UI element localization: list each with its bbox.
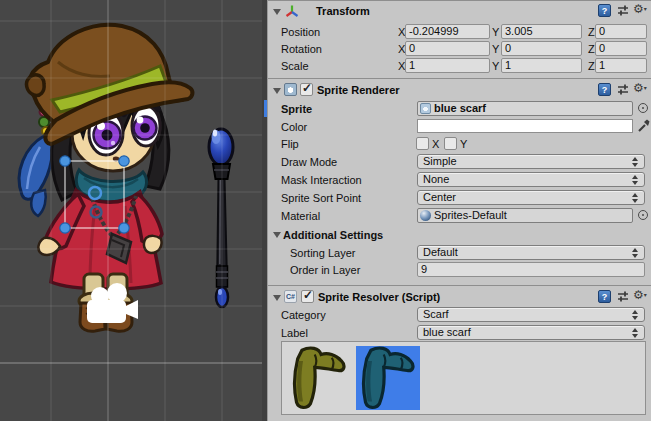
preset-icon[interactable]: [616, 4, 630, 17]
color-field-label: Color: [281, 119, 307, 135]
scale-x-field[interactable]: 1: [405, 58, 490, 73]
handle-top-left: [60, 156, 70, 166]
draw-mode-label: Draw Mode: [281, 154, 337, 170]
sprite-variant-strip: [281, 341, 646, 415]
help-icon[interactable]: ?: [598, 290, 611, 303]
mask-interaction-dropdown[interactable]: None: [417, 172, 645, 187]
dropdown-arrow-icon: [632, 328, 639, 338]
field-label: Scale: [281, 58, 309, 74]
axis-y-label: Y: [492, 41, 499, 57]
eyedropper-icon[interactable]: [637, 118, 651, 133]
rotation-x-field[interactable]: 0: [405, 41, 490, 56]
preset-icon[interactable]: [616, 290, 630, 303]
dropdown-arrow-icon: [632, 175, 639, 185]
object-picker-icon[interactable]: [638, 210, 648, 220]
blue-scarf-thumbnail: [356, 346, 420, 410]
transform-header[interactable]: Transform ? ⚙▾: [268, 2, 651, 20]
rotation-y-field[interactable]: 0: [501, 41, 582, 56]
scene-canvas: [0, 0, 262, 421]
axis-z-label: Z: [588, 58, 595, 74]
field-label: Position: [281, 24, 320, 40]
position-z-field[interactable]: 0: [595, 24, 647, 39]
unity-editor: Transform ? ⚙▾ Position X -0.204999 Y 3.…: [0, 0, 651, 421]
rotation-z-field[interactable]: 0: [595, 41, 647, 56]
gear-icon[interactable]: ⚙▾: [633, 82, 647, 95]
scale-z-field[interactable]: 1: [595, 58, 647, 73]
flip-field-label: Flip: [281, 136, 299, 152]
color-swatch[interactable]: [417, 119, 633, 133]
flip-y-checkbox[interactable]: [444, 137, 457, 150]
preset-icon[interactable]: [616, 83, 630, 96]
foldout-arrow-icon[interactable]: [273, 232, 281, 238]
sorting-layer-label: Sorting Layer: [290, 245, 355, 261]
axis-z-label: Z: [588, 24, 595, 40]
axis-y-label: Y: [492, 24, 499, 40]
dropdown-arrow-icon: [632, 248, 639, 258]
sorting-layer-dropdown[interactable]: Default: [417, 245, 645, 260]
order-in-layer-label: Order in Layer: [290, 262, 360, 278]
gear-icon[interactable]: ⚙▾: [633, 3, 647, 16]
foldout-arrow-icon[interactable]: [273, 295, 281, 301]
label-dropdown[interactable]: blue scarf: [417, 325, 645, 340]
help-icon[interactable]: ?: [598, 4, 611, 17]
component-enabled-checkbox[interactable]: ✓: [301, 290, 314, 303]
axis-z-label: Z: [588, 41, 595, 57]
staff-sprite[interactable]: [209, 129, 233, 307]
dropdown-arrow-icon: [632, 157, 639, 167]
help-icon[interactable]: ?: [598, 83, 611, 96]
sprite-renderer-header[interactable]: ✓ Sprite Renderer ? ⚙▾: [268, 81, 651, 99]
handle-bottom-left: [60, 223, 70, 233]
material-sphere-icon: [420, 210, 431, 221]
sprite-variant-blue-scarf[interactable]: [356, 346, 420, 410]
order-in-layer-field[interactable]: 9: [417, 262, 645, 277]
gear-icon[interactable]: ⚙▾: [633, 289, 647, 302]
csharp-script-icon: C#: [284, 290, 297, 303]
component-enabled-checkbox[interactable]: ✓: [300, 83, 313, 96]
foldout-arrow-icon[interactable]: [273, 88, 281, 94]
sprite-resolver-header[interactable]: C# ✓ Sprite Resolver (Script) ? ⚙▾: [268, 288, 651, 306]
mask-interaction-label: Mask Interaction: [281, 172, 362, 188]
component-title: Transform: [316, 5, 370, 17]
transform-icon: [285, 4, 299, 18]
axis-y-label: Y: [492, 58, 499, 74]
component-title: Sprite Renderer: [317, 84, 400, 96]
prefab-override-marker: [264, 100, 267, 117]
component-title: Sprite Resolver (Script): [318, 291, 440, 303]
scale-y-field[interactable]: 1: [501, 58, 582, 73]
field-label: Rotation: [281, 41, 322, 57]
material-object-field[interactable]: Sprites-Default: [417, 208, 633, 223]
green-scarf-thumbnail: [287, 346, 351, 410]
sort-point-label: Sprite Sort Point: [281, 190, 361, 206]
position-x-field[interactable]: -0.204999: [405, 24, 490, 39]
scene-view[interactable]: [0, 0, 262, 421]
flip-y-label: Y: [460, 136, 467, 152]
flip-x-checkbox[interactable]: [416, 137, 429, 150]
dropdown-arrow-icon: [632, 193, 639, 203]
category-dropdown[interactable]: Scarf: [417, 307, 645, 322]
character-sprite[interactable]: [19, 25, 192, 331]
sprite-object-field[interactable]: blue scarf: [417, 101, 633, 116]
sprite-thumb-icon: [420, 103, 431, 114]
inspector-panel: Transform ? ⚙▾ Position X -0.204999 Y 3.…: [268, 0, 651, 421]
dropdown-arrow-icon: [632, 310, 639, 320]
material-label: Material: [281, 208, 320, 224]
position-y-field[interactable]: 3.005: [501, 24, 582, 39]
draw-mode-dropdown[interactable]: Simple: [417, 154, 645, 169]
sort-point-dropdown[interactable]: Center: [417, 190, 645, 205]
category-label: Category: [281, 307, 326, 323]
foldout-arrow-icon[interactable]: [273, 9, 281, 15]
handle-bottom-right: [119, 223, 129, 233]
flip-x-label: X: [432, 136, 439, 152]
sprite-renderer-icon: [284, 83, 297, 96]
sprite-field-label: Sprite: [281, 101, 312, 117]
handle-top-right: [119, 156, 129, 166]
label-label: Label: [281, 325, 308, 341]
additional-settings-label: Additional Settings: [283, 227, 383, 243]
object-picker-icon[interactable]: [638, 103, 648, 113]
sprite-variant-green-scarf[interactable]: [287, 346, 351, 410]
